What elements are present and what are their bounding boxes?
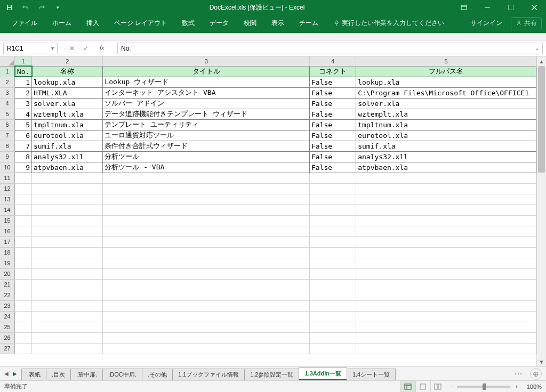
cell[interactable] (15, 332, 32, 343)
cell[interactable] (32, 226, 103, 236)
cell[interactable] (15, 183, 32, 194)
cell[interactable]: sumif.xla (356, 141, 536, 151)
row-header[interactable]: 14 (0, 205, 15, 215)
cell[interactable]: 分析ツール - VBA (103, 162, 310, 173)
cell[interactable]: eurotool.xla (32, 130, 103, 141)
row-header[interactable]: 13 (0, 194, 15, 205)
sheet-tab[interactable]: 1.2参照設定一覧 (244, 369, 299, 380)
cell[interactable]: 6 (15, 130, 32, 141)
tab-team[interactable]: チーム (292, 15, 326, 31)
cell[interactable] (310, 236, 356, 247)
cell[interactable]: 9 (15, 162, 32, 173)
cell[interactable] (15, 279, 32, 290)
row-header[interactable]: 5 (0, 109, 15, 119)
cell[interactable] (15, 268, 32, 279)
cell[interactable] (310, 290, 356, 300)
sheet-tab[interactable]: .その他 (142, 369, 173, 380)
cell[interactable]: 条件付き合計式ウィザード (103, 141, 310, 151)
cell[interactable] (356, 236, 536, 247)
cell[interactable] (356, 247, 536, 258)
select-all-corner[interactable] (0, 56, 15, 66)
redo-icon[interactable] (37, 3, 46, 12)
cell[interactable] (310, 311, 356, 322)
tab-layout[interactable]: ページ レイアウト (107, 15, 174, 31)
cell[interactable] (103, 268, 310, 279)
cell[interactable] (356, 194, 536, 205)
cell[interactable]: analys32.xll (356, 151, 536, 162)
cell[interactable]: 1 (15, 77, 32, 87)
row-header[interactable]: 1 (0, 66, 15, 77)
tab-review[interactable]: 校閲 (236, 15, 264, 31)
cell[interactable]: lookup.xla (32, 77, 103, 87)
cell[interactable]: ユーロ通貨対応ツール (103, 130, 310, 141)
zoom-out-button[interactable]: − (449, 383, 453, 390)
zoom-in-button[interactable]: + (515, 383, 518, 390)
cell[interactable] (15, 343, 32, 354)
zoom-level[interactable]: 100% (527, 383, 542, 390)
scroll-thumb[interactable] (538, 66, 545, 173)
cell[interactable] (310, 194, 356, 205)
cell[interactable] (103, 236, 310, 247)
cell[interactable] (32, 290, 103, 300)
cell[interactable]: lookup.xla (356, 77, 536, 87)
row-header[interactable]: 8 (0, 141, 15, 151)
cell[interactable]: 分析ツール (103, 151, 310, 162)
cell[interactable]: False (310, 151, 356, 162)
cell[interactable] (32, 183, 103, 194)
row-header[interactable]: 19 (0, 258, 15, 268)
cell[interactable]: C:\Program Files\Microsoft Office\OFFICE… (356, 87, 536, 98)
row-header[interactable]: 16 (0, 226, 15, 236)
scroll-down-button[interactable]: ▼ (537, 357, 546, 366)
sheet-tab[interactable]: .表紙 (21, 369, 46, 380)
cell[interactable]: コネクト (310, 66, 356, 77)
cell[interactable] (310, 332, 356, 343)
cell[interactable] (103, 194, 310, 205)
cell[interactable] (310, 226, 356, 236)
cell[interactable] (103, 290, 310, 300)
cell[interactable]: sumif.xla (32, 141, 103, 151)
cell[interactable]: フルパス名 (356, 66, 536, 77)
cell[interactable] (356, 258, 536, 268)
row-header[interactable]: 21 (0, 279, 15, 290)
sheet-tab[interactable]: .DOC中扉. (102, 369, 142, 380)
col-header[interactable]: 5 (356, 56, 536, 66)
cell[interactable] (310, 279, 356, 290)
cell[interactable]: 8 (15, 151, 32, 162)
expand-formula-icon[interactable]: ⌄ (535, 45, 539, 51)
cell[interactable] (310, 258, 356, 268)
cell[interactable] (32, 173, 103, 183)
col-header[interactable]: 1 (15, 56, 32, 66)
cell[interactable]: False (310, 141, 356, 151)
cell[interactable] (310, 205, 356, 215)
cell[interactable] (32, 258, 103, 268)
cell[interactable]: False (310, 77, 356, 87)
tab-scroll-left-icon[interactable]: ◀ (4, 371, 9, 377)
cell[interactable] (103, 215, 310, 226)
name-box[interactable]: R1C1 ▾ (3, 43, 58, 54)
cell[interactable] (15, 322, 32, 332)
row-header[interactable]: 26 (0, 332, 15, 343)
cell[interactable] (103, 343, 310, 354)
cell[interactable] (32, 300, 103, 311)
cell[interactable] (15, 205, 32, 215)
cell[interactable] (356, 290, 536, 300)
row-header[interactable]: 9 (0, 151, 15, 162)
new-sheet-button[interactable]: ⊕ (530, 368, 542, 380)
vertical-scrollbar[interactable]: ▲ ▼ (536, 56, 546, 366)
cell[interactable] (310, 322, 356, 332)
row-header[interactable]: 11 (0, 173, 15, 183)
scroll-track[interactable] (537, 66, 546, 357)
cell[interactable] (103, 332, 310, 343)
row-header[interactable]: 6 (0, 119, 15, 130)
cell[interactable]: wztemplt.xla (32, 109, 103, 119)
cell[interactable] (15, 311, 32, 322)
cell[interactable] (310, 247, 356, 258)
normal-view-button[interactable] (400, 381, 415, 392)
cell[interactable]: tmpltnum.xla (32, 119, 103, 130)
tab-insert[interactable]: 挿入 (79, 15, 107, 31)
cell[interactable] (32, 311, 103, 322)
cell[interactable] (356, 205, 536, 215)
undo-icon[interactable] (21, 3, 30, 12)
minimize-button[interactable] (476, 0, 499, 15)
cell[interactable] (356, 268, 536, 279)
